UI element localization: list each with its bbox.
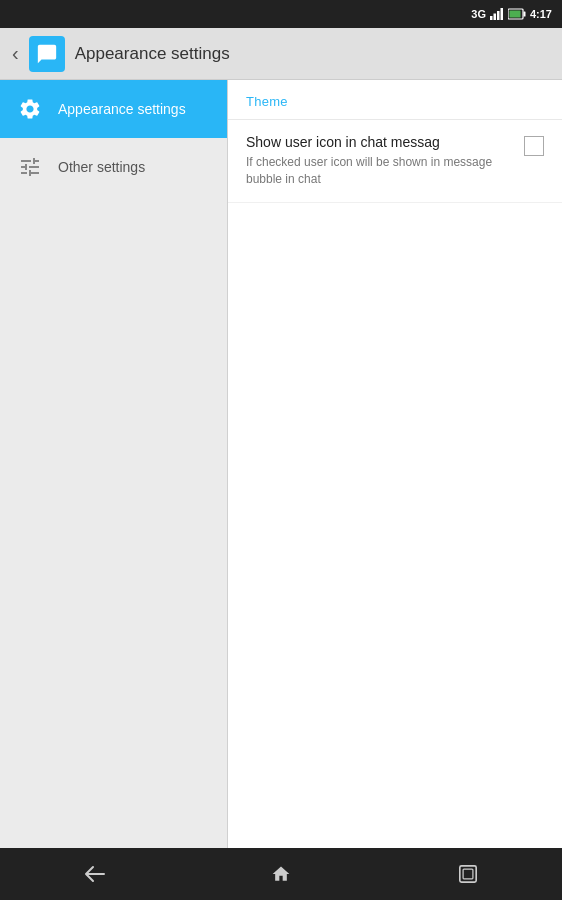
nav-home-button[interactable] bbox=[251, 854, 311, 894]
svg-rect-8 bbox=[463, 869, 473, 879]
nav-home-icon bbox=[271, 864, 291, 884]
preference-show-user-icon[interactable]: Show user icon in chat messag If checked… bbox=[228, 120, 562, 203]
nav-back-button[interactable] bbox=[64, 854, 124, 894]
network-indicator: 3G bbox=[471, 8, 486, 20]
gear-icon bbox=[16, 95, 44, 123]
signal-icon bbox=[490, 8, 504, 20]
svg-rect-3 bbox=[500, 8, 503, 20]
back-button[interactable]: ‹ bbox=[12, 42, 19, 65]
status-icons: 3G 4:17 bbox=[471, 8, 552, 20]
battery-icon bbox=[508, 8, 526, 20]
svg-rect-2 bbox=[497, 11, 500, 20]
content-panel: Theme Show user icon in chat messag If c… bbox=[228, 80, 562, 848]
nav-back-icon bbox=[83, 865, 105, 883]
nav-recents-button[interactable] bbox=[438, 854, 498, 894]
sidebar-item-appearance[interactable]: Appearance settings bbox=[0, 80, 227, 138]
app-bar-title: Appearance settings bbox=[75, 44, 230, 64]
time-display: 4:17 bbox=[530, 8, 552, 20]
preference-summary: If checked user icon will be shown in me… bbox=[246, 154, 514, 188]
preference-title: Show user icon in chat messag bbox=[246, 134, 514, 150]
preference-text: Show user icon in chat messag If checked… bbox=[246, 134, 514, 188]
nav-bar bbox=[0, 848, 562, 900]
sidebar-other-label: Other settings bbox=[58, 159, 145, 175]
svg-rect-5 bbox=[523, 12, 525, 17]
svg-rect-1 bbox=[493, 14, 496, 21]
sliders-svg bbox=[18, 155, 42, 179]
app-bar: ‹ Appearance settings bbox=[0, 28, 562, 80]
preference-checkbox[interactable] bbox=[524, 136, 544, 156]
chat-icon bbox=[36, 43, 58, 65]
app-icon bbox=[29, 36, 65, 72]
svg-rect-0 bbox=[490, 16, 493, 20]
gear-svg bbox=[18, 97, 42, 121]
nav-recents-icon bbox=[459, 865, 477, 883]
main-content: Appearance settings Other settings Theme… bbox=[0, 80, 562, 848]
status-bar: 3G 4:17 bbox=[0, 0, 562, 28]
sidebar: Appearance settings Other settings bbox=[0, 80, 228, 848]
svg-rect-6 bbox=[509, 11, 520, 18]
svg-rect-7 bbox=[460, 866, 476, 882]
section-header-theme: Theme bbox=[228, 80, 562, 120]
sidebar-item-other[interactable]: Other settings bbox=[0, 138, 227, 196]
sidebar-appearance-label: Appearance settings bbox=[58, 101, 186, 117]
sliders-icon bbox=[16, 153, 44, 181]
